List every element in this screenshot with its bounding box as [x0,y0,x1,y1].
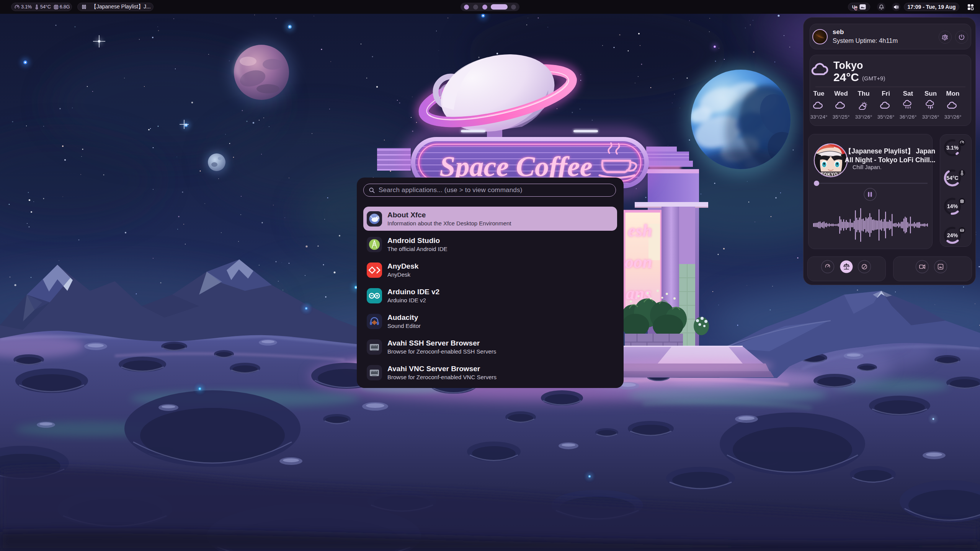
svg-text:esh: esh [628,221,652,240]
svg-text:oon: oon [625,252,652,272]
